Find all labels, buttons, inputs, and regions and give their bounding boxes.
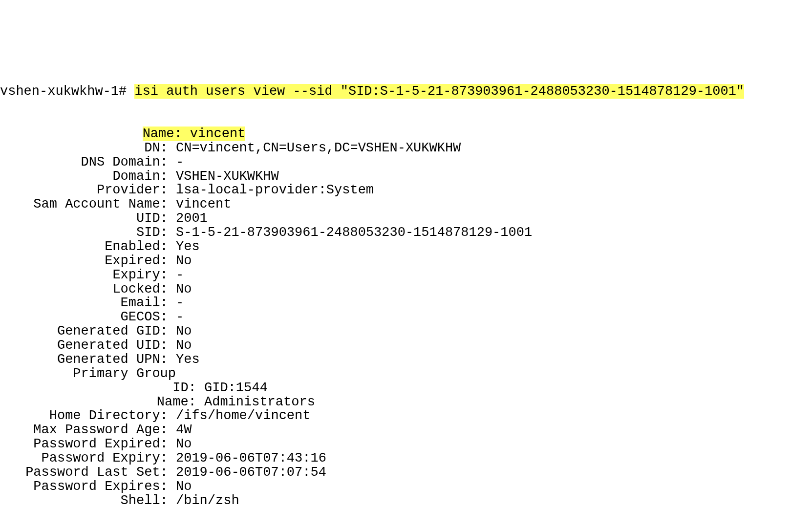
- field-value: /bin/zsh: [176, 493, 239, 508]
- field-label: Generated UPN:: [0, 353, 176, 367]
- field-label: Email:: [0, 296, 176, 310]
- field-label: Locked:: [0, 282, 176, 296]
- field-row: Generated UID: No: [0, 339, 812, 353]
- field-label: Shell:: [0, 494, 176, 508]
- field-row: Domain: VSHEN-XUKWKHW: [0, 169, 812, 184]
- field-row: Password Expired: No: [0, 437, 812, 451]
- field-label: Generated GID:: [0, 324, 176, 339]
- field-row: Name: vincent: [0, 127, 812, 141]
- field-row: Email: -: [0, 296, 812, 310]
- field-row: DN: CN=vincent,CN=Users,DC=VSHEN-XUKWKHW: [0, 141, 812, 155]
- field-value: No: [176, 338, 192, 353]
- field-value: No: [176, 282, 192, 296]
- field-label: Provider:: [0, 183, 176, 197]
- field-value: CN=vincent,CN=Users,DC=VSHEN-XUKWKHW: [176, 141, 461, 155]
- field-row: Password Last Set: 2019-06-06T07:07:54: [0, 466, 812, 480]
- field-row: Generated GID: No: [0, 324, 812, 339]
- shell-prompt: vshen-xukwkhw-1#: [0, 84, 134, 99]
- field-label: DNS Domain:: [0, 155, 176, 169]
- field-value: -: [176, 268, 184, 282]
- field-value: vincent: [176, 197, 231, 212]
- field-label: ID:: [0, 381, 204, 395]
- field-row: SID: S-1-5-21-873903961-2488053230-15148…: [0, 226, 812, 240]
- field-value: Yes: [176, 239, 200, 254]
- field-value: No: [176, 479, 192, 494]
- field-row: Password Expiry: 2019-06-06T07:43:16: [0, 451, 812, 466]
- field-label: Max Password Age:: [0, 423, 176, 437]
- field-label: GECOS:: [0, 310, 176, 324]
- field-value: -: [176, 155, 184, 169]
- field-row: Primary Group: [0, 367, 812, 381]
- field-row: Max Password Age: 4W: [0, 423, 812, 437]
- field-row: Sam Account Name: vincent: [0, 197, 812, 212]
- field-value: No: [176, 437, 192, 451]
- field-label: Domain:: [0, 169, 176, 184]
- field-value: -: [176, 310, 184, 324]
- user-fields: Name: vincentDN: CN=vincent,CN=Users,DC=…: [0, 127, 812, 508]
- field-row: UID: 2001: [0, 212, 812, 226]
- field-label: DN:: [0, 141, 176, 155]
- field-value: -: [176, 296, 184, 310]
- field-value: Administrators: [204, 395, 315, 409]
- field-label: Password Expired:: [0, 437, 176, 451]
- field-value: GID:1544: [204, 381, 268, 395]
- field-value: 2019-06-06T07:07:54: [176, 465, 326, 480]
- field-value: Yes: [176, 352, 200, 367]
- field-value: 4W: [176, 423, 192, 437]
- field-label: Password Last Set:: [0, 466, 176, 480]
- field-label: SID:: [0, 226, 176, 240]
- field-label: Home Directory:: [0, 409, 176, 423]
- field-value: 2001: [176, 211, 208, 226]
- field-label: Generated UID:: [0, 339, 176, 353]
- field-row: Provider: lsa-local-provider:System: [0, 183, 812, 197]
- field-value: No: [176, 324, 192, 339]
- field-row: ID: GID:1544: [0, 381, 812, 395]
- field-row: Expiry: -: [0, 268, 812, 282]
- highlighted-field: Name: vincent: [143, 127, 246, 141]
- field-value: /ifs/home/vincent: [176, 408, 310, 423]
- field-label: Sam Account Name:: [0, 197, 176, 212]
- field-label: UID:: [0, 212, 176, 226]
- field-label: Expiry:: [0, 268, 176, 282]
- field-label: Primary Group: [0, 367, 176, 381]
- command-text: isi auth users view --sid "SID:S-1-5-21-…: [134, 84, 744, 99]
- field-row: GECOS: -: [0, 310, 812, 324]
- field-row: Home Directory: /ifs/home/vincent: [0, 409, 812, 423]
- field-row: DNS Domain: -: [0, 155, 812, 169]
- field-value: VSHEN-XUKWKHW: [176, 169, 279, 184]
- field-value: 2019-06-06T07:43:16: [176, 451, 326, 466]
- field-label: Expired:: [0, 254, 176, 268]
- field-value: lsa-local-provider:System: [176, 183, 374, 197]
- terminal-output: vshen-xukwkhw-1# isi auth users view --s…: [0, 57, 812, 508]
- field-value: S-1-5-21-873903961-2488053230-1514878129…: [176, 225, 532, 240]
- field-label: Password Expires:: [0, 480, 176, 494]
- field-label: Name:: [0, 395, 204, 409]
- field-value: No: [176, 254, 192, 268]
- field-label: Password Expiry:: [0, 451, 176, 466]
- field-row: Password Expires: No: [0, 480, 812, 494]
- field-row: Generated UPN: Yes: [0, 353, 812, 367]
- command-line: vshen-xukwkhw-1# isi auth users view --s…: [0, 85, 812, 99]
- field-label: Enabled:: [0, 240, 176, 254]
- field-row: Name: Administrators: [0, 395, 812, 409]
- field-row: Expired: No: [0, 254, 812, 268]
- field-row: Enabled: Yes: [0, 240, 812, 254]
- field-row: Locked: No: [0, 282, 812, 296]
- field-row: Shell: /bin/zsh: [0, 494, 812, 508]
